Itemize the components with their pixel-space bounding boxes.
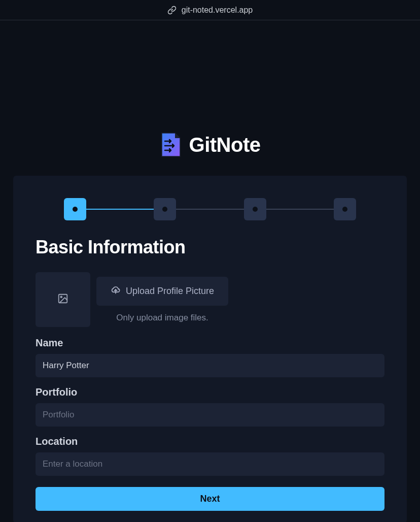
svg-point-1 bbox=[60, 296, 62, 298]
step-3[interactable] bbox=[244, 198, 266, 220]
next-button[interactable]: Next bbox=[36, 487, 384, 511]
app-logo-text: GitNote bbox=[189, 134, 261, 156]
cloud-upload-icon bbox=[111, 285, 121, 298]
browser-bar: git-noted.vercel.app bbox=[0, 0, 420, 20]
step-4[interactable] bbox=[334, 198, 356, 220]
app-logo-icon bbox=[160, 132, 182, 157]
page-title: Basic Information bbox=[36, 237, 384, 258]
step-1[interactable] bbox=[64, 198, 86, 220]
app-logo: GitNote bbox=[0, 132, 420, 157]
name-label: Name bbox=[36, 337, 384, 349]
step-line-3 bbox=[266, 209, 334, 210]
link-icon bbox=[167, 6, 177, 15]
upload-profile-picture-button[interactable]: Upload Profile Picture bbox=[96, 277, 228, 306]
name-input[interactable] bbox=[36, 354, 384, 377]
location-label: Location bbox=[36, 436, 384, 447]
onboarding-card: Basic Information Uplo bbox=[13, 176, 407, 522]
upload-button-label: Upload Profile Picture bbox=[126, 286, 214, 297]
image-icon bbox=[57, 293, 68, 306]
profile-picture-row: Upload Profile Picture Only upload image… bbox=[36, 272, 384, 327]
step-line-2 bbox=[176, 209, 243, 210]
portfolio-input[interactable] bbox=[36, 403, 384, 427]
avatar-placeholder[interactable] bbox=[36, 272, 90, 327]
location-input[interactable] bbox=[36, 452, 384, 476]
step-2[interactable] bbox=[154, 198, 176, 220]
step-line-1 bbox=[86, 209, 154, 210]
stepper bbox=[36, 198, 384, 220]
portfolio-label: Portfolio bbox=[36, 386, 384, 398]
upload-hint: Only upload image files. bbox=[116, 313, 208, 323]
browser-url: git-noted.vercel.app bbox=[182, 6, 253, 15]
